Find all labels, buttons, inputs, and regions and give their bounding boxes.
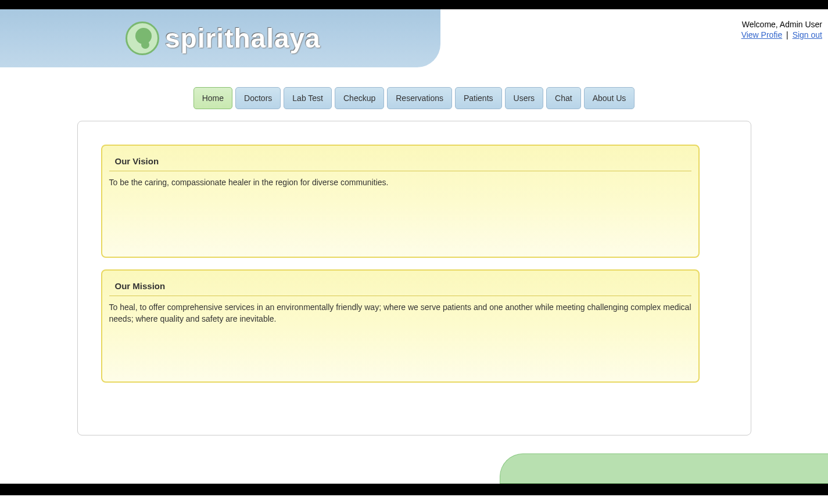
bottom-bar — [0, 484, 828, 495]
nav-reservations[interactable]: Reservations — [387, 87, 452, 109]
logo-banner: spirithalaya — [0, 9, 440, 67]
footer-decoration — [500, 453, 828, 484]
nav-about-us[interactable]: About Us — [584, 87, 635, 109]
top-bar — [0, 0, 828, 9]
mission-text: To heal, to offer comprehensive services… — [109, 302, 691, 325]
welcome-text: Welcome, Admin User — [742, 20, 822, 29]
vision-text: To be the caring, compassionate healer i… — [109, 177, 691, 189]
mission-card: Our Mission To heal, to offer comprehens… — [101, 269, 700, 383]
nav-users[interactable]: Users — [505, 87, 544, 109]
nav-lab-test[interactable]: Lab Test — [284, 87, 332, 109]
sign-out-link[interactable]: Sign out — [793, 30, 822, 39]
nav-home[interactable]: Home — [193, 87, 232, 109]
nav-chat[interactable]: Chat — [546, 87, 581, 109]
view-profile-link[interactable]: View Profie — [741, 30, 783, 39]
content-area: Our Vision To be the caring, compassiona… — [77, 121, 751, 435]
vision-title: Our Vision — [109, 153, 691, 171]
nav-checkup[interactable]: Checkup — [335, 87, 384, 109]
nav-doctors[interactable]: Doctors — [235, 87, 281, 109]
mission-title: Our Mission — [109, 278, 691, 296]
user-links: View Profie | Sign out — [741, 30, 822, 39]
welcome-prefix: Welcome, — [742, 20, 780, 29]
site-name: spirithalaya — [165, 23, 321, 54]
logo-icon — [126, 21, 159, 55]
vision-card: Our Vision To be the caring, compassiona… — [101, 145, 700, 258]
header: spirithalaya Welcome, Admin User View Pr… — [0, 9, 828, 67]
nav-bar: Home Doctors Lab Test Checkup Reservatio… — [0, 87, 828, 109]
nav-patients[interactable]: Patients — [455, 87, 502, 109]
link-separator: | — [784, 30, 790, 39]
user-info: Welcome, Admin User View Profie | Sign o… — [741, 20, 822, 39]
username: Admin User — [780, 20, 822, 29]
